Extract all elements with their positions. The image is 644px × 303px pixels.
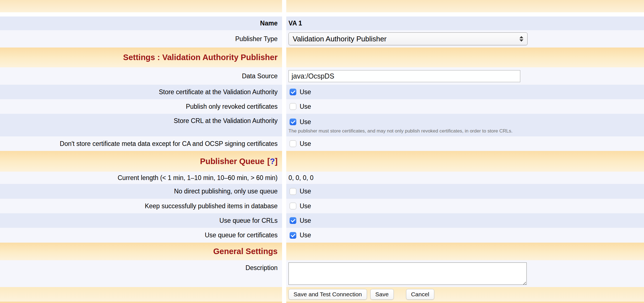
no-direct-publishing-use-checkbox[interactable]: [290, 188, 296, 195]
dont-store-meta-label: Don't store certificate meta data except…: [0, 136, 282, 151]
row-use-queue-certificates: Use queue for certificates Use: [0, 228, 644, 243]
publisher-type-select[interactable]: Validation Authority Publisher: [288, 32, 528, 45]
publisher-type-selected-value: Validation Authority Publisher: [293, 35, 387, 43]
data-source-label: Data Source: [0, 67, 282, 85]
row-description: Description: [0, 260, 644, 287]
publish-only-revoked-label: Publish only revoked certificates: [0, 99, 282, 114]
keep-published-items-label: Keep successfully published items in dat…: [0, 199, 282, 213]
save-and-test-connection-button[interactable]: Save and Test Connection: [288, 289, 367, 300]
row-buttons: Save and Test Connection Save Cancel: [0, 287, 644, 302]
use-queue-certificates-use-label: Use: [300, 231, 311, 239]
no-direct-publishing-label: No direct publishing, only use queue: [0, 184, 282, 199]
description-label: Description: [0, 260, 282, 287]
use-queue-crls-use-label: Use: [300, 217, 311, 224]
row-publisher-type: Publisher Type Validation Authority Publ…: [0, 30, 644, 48]
keep-published-items-use-checkbox[interactable]: [290, 203, 296, 209]
top-band-right: [286, 0, 644, 12]
publish-only-revoked-use-label: Use: [300, 103, 311, 110]
no-direct-publishing-use-label: Use: [300, 188, 311, 195]
store-crl-use-checkbox[interactable]: [290, 119, 296, 125]
publisher-type-label: Publisher Type: [0, 30, 282, 48]
row-current-length: Current length (< 1 min, 1–10 min, 10–60…: [0, 172, 644, 184]
section-header-general-settings: General Settings: [0, 243, 644, 260]
store-crl-label: Store CRL at the Validation Authority: [0, 114, 282, 136]
dont-store-meta-use-checkbox[interactable]: [290, 140, 296, 147]
help-bracket-close: ]: [275, 157, 278, 166]
publish-only-revoked-use-checkbox[interactable]: [290, 103, 296, 110]
settings-section-header-right: [286, 48, 644, 67]
row-dont-store-meta: Don't store certificate meta data except…: [0, 136, 644, 151]
name-label: Name: [0, 16, 282, 30]
save-button[interactable]: Save: [370, 289, 394, 300]
row-name: Name VA 1: [0, 16, 644, 30]
row-data-source: Data Source: [0, 67, 644, 85]
name-value: VA 1: [286, 16, 644, 30]
bottom-band-right: [286, 302, 644, 303]
row-store-certificate: Store certificate at the Validation Auth…: [0, 85, 644, 99]
row-keep-published-items: Keep successfully published items in dat…: [0, 199, 644, 213]
store-crl-hint: The publisher must store certificates, a…: [288, 128, 512, 134]
keep-published-items-use-label: Use: [300, 202, 311, 210]
settings-section-title: Settings : Validation Authority Publishe…: [0, 48, 282, 67]
description-textarea[interactable]: [288, 262, 527, 285]
use-queue-crls-label: Use queue for CRLs: [0, 213, 282, 228]
help-bracket-open: [: [267, 157, 270, 166]
publisher-queue-help-link[interactable]: ?: [270, 157, 275, 166]
current-length-label: Current length (< 1 min, 1–10 min, 10–60…: [0, 172, 282, 184]
row-store-crl: Store CRL at the Validation Authority Us…: [0, 114, 644, 136]
bottom-band: [0, 302, 644, 303]
store-crl-use-label: Use: [300, 118, 311, 126]
select-arrows-icon: [519, 36, 523, 42]
publisher-queue-header-right: [286, 151, 644, 172]
dont-store-meta-use-label: Use: [300, 140, 311, 148]
cancel-button[interactable]: Cancel: [406, 289, 434, 300]
row-no-direct-publishing: No direct publishing, only use queue Use: [0, 184, 644, 199]
bottom-band-left: [0, 302, 282, 303]
general-settings-header-right: [286, 243, 644, 260]
row-use-queue-crls: Use queue for CRLs Use: [0, 213, 644, 228]
publisher-edit-page: Name VA 1 Publisher Type Validation Auth…: [0, 0, 644, 303]
top-band: [0, 0, 644, 12]
use-queue-crls-use-checkbox[interactable]: [290, 217, 296, 224]
use-queue-certificates-use-checkbox[interactable]: [290, 232, 296, 239]
publisher-queue-section-title: Publisher Queue: [200, 157, 264, 166]
store-certificate-use-label: Use: [300, 88, 311, 96]
current-length-value: 0, 0, 0, 0: [286, 172, 644, 184]
general-settings-section-title: General Settings: [0, 243, 282, 260]
top-band-left: [0, 0, 282, 12]
section-header-publisher-queue: Publisher Queue [?]: [0, 151, 644, 172]
store-certificate-use-checkbox[interactable]: [290, 89, 296, 95]
use-queue-certificates-label: Use queue for certificates: [0, 228, 282, 243]
buttons-row-left: [0, 287, 282, 302]
section-header-settings: Settings : Validation Authority Publishe…: [0, 48, 644, 67]
data-source-input[interactable]: [288, 70, 520, 82]
row-publish-only-revoked: Publish only revoked certificates Use: [0, 99, 644, 114]
store-certificate-label: Store certificate at the Validation Auth…: [0, 85, 282, 99]
